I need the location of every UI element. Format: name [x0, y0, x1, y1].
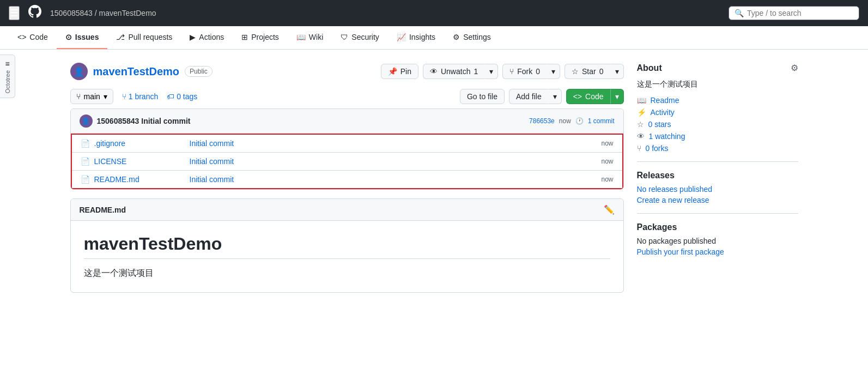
readme-header: README.md ✏️	[71, 199, 623, 221]
about-links: 📖 Readme ⚡ Activity ☆ 0 stars 👁 1 watchi…	[637, 96, 798, 153]
top-nav: ☰ 1506085843 / mavenTestDemo 🔍	[0, 0, 868, 26]
file-time-license: now	[601, 158, 613, 165]
tag-icon: 🏷	[167, 92, 174, 101]
branch-count-icon: ⑂	[122, 92, 126, 101]
nav-pull-requests[interactable]: ⎇ Pull requests	[107, 26, 181, 49]
activity-link[interactable]: ⚡ Activity	[637, 108, 798, 117]
file-icon: 📄	[81, 157, 90, 166]
nav-projects[interactable]: ⊞ Projects	[233, 26, 288, 49]
commit-msg-link-gitignore[interactable]: Initial commit	[190, 139, 234, 148]
add-file-button[interactable]: Add file	[509, 89, 548, 104]
octotree-icon: ≡	[5, 59, 9, 68]
wiki-icon: 📖	[296, 33, 306, 41]
commit-time: now	[559, 117, 571, 125]
repo-name[interactable]: mavenTestDemo	[93, 65, 180, 78]
nav-issues[interactable]: ⊙ Issues	[57, 26, 108, 49]
fork-dropdown[interactable]: ▾	[547, 64, 560, 79]
fork-group: ⑂ Fork 0 ▾	[502, 64, 560, 79]
nav-actions[interactable]: ▶ Actions	[181, 26, 233, 49]
branch-count-link[interactable]: ⑂ 1 branch	[122, 92, 158, 101]
file-row: 📄 LICENSE Initial commit now	[72, 153, 622, 171]
commit-count-link[interactable]: 1 commit	[588, 117, 615, 125]
unwatch-dropdown[interactable]: ▾	[484, 64, 498, 79]
file-icon: 📄	[81, 175, 90, 184]
code-button[interactable]: <> Code	[566, 89, 610, 104]
tag-count-link[interactable]: 🏷 0 tags	[167, 92, 197, 101]
nav-code[interactable]: <> Code	[9, 26, 57, 49]
readme-link[interactable]: 📖 Readme	[637, 96, 798, 105]
publish-package-link[interactable]: Publish your first package	[637, 248, 798, 256]
commit-info: 👤 1506085843 Initial commit	[80, 114, 191, 128]
fork-outline-icon: ⑂	[637, 144, 641, 153]
commit-avatar: 👤	[80, 114, 93, 128]
commit-meta: 786653e now 🕐 1 commit	[529, 117, 614, 125]
add-file-group: Add file ▾	[509, 89, 562, 104]
commit-text: 1506085843 Initial commit	[97, 117, 191, 125]
nav-security[interactable]: 🛡 Security	[332, 26, 388, 49]
security-icon: 🛡	[341, 33, 348, 41]
user-repo-path: 1506085843 / mavenTestDemo	[50, 9, 156, 17]
file-time-gitignore: now	[601, 140, 613, 147]
repo-nav: <> Code ⊙ Issues ⎇ Pull requests ▶ Actio…	[0, 26, 868, 50]
divider-2	[637, 213, 798, 214]
star-dropdown[interactable]: ▾	[610, 64, 624, 79]
nav-security-label: Security	[351, 33, 379, 41]
watching-link[interactable]: 👁 1 watching	[637, 132, 798, 141]
file-time-readme: now	[601, 176, 613, 183]
file-icon: 📄	[81, 139, 90, 148]
goto-file-button[interactable]: Go to file	[460, 89, 505, 104]
repo-actions: 📌 Pin 👁 Unwatch 1 ▾ ⑂ Fork 0	[381, 64, 624, 79]
insights-icon: 📈	[397, 33, 406, 41]
nav-settings[interactable]: ⚙ Settings	[444, 26, 500, 49]
about-title: About	[637, 63, 662, 73]
forks-link[interactable]: ⑂ 0 forks	[637, 144, 798, 153]
nav-pull-requests-label: Pull requests	[128, 33, 172, 41]
commit-msg-link-license[interactable]: Initial commit	[190, 157, 234, 166]
pull-requests-icon: ⎇	[116, 33, 125, 41]
commit-message-link[interactable]: Initial commit	[141, 117, 190, 125]
nav-wiki[interactable]: 📖 Wiki	[288, 26, 332, 49]
file-commit-msg-readme: Initial commit	[190, 175, 602, 184]
eye-outline-icon: 👁	[637, 132, 645, 141]
edit-readme-button[interactable]: ✏️	[604, 204, 615, 215]
pin-button[interactable]: 📌 Pin	[381, 64, 418, 79]
pin-icon: 📌	[388, 67, 397, 76]
readme-section: README.md ✏️ mavenTestDemo 这是一个测试项目	[70, 198, 624, 293]
octotree-panel[interactable]: ≡ Octotree	[0, 55, 15, 98]
readme-heading: mavenTestDemo	[84, 234, 610, 259]
file-link-readme[interactable]: README.md	[94, 175, 139, 184]
hamburger-button[interactable]: ☰	[9, 6, 20, 20]
code-dropdown[interactable]: ▾	[610, 89, 624, 104]
history-icon: 🕐	[575, 117, 584, 125]
commit-msg-link-readme[interactable]: Initial commit	[190, 175, 234, 184]
stars-link[interactable]: ☆ 0 stars	[637, 120, 798, 129]
commit-author-link[interactable]: 1506085843	[97, 117, 139, 125]
settings-icon: ⚙	[453, 33, 460, 41]
add-file-dropdown[interactable]: ▾	[548, 89, 562, 104]
repo-avatar: 👤	[70, 63, 88, 80]
code-angle-icon: <>	[573, 92, 582, 101]
readme-title: README.md	[80, 206, 126, 214]
search-input[interactable]	[747, 9, 853, 17]
file-commit-msg-gitignore: Initial commit	[190, 139, 602, 148]
file-link-gitignore[interactable]: .gitignore	[94, 139, 126, 148]
star-button[interactable]: ☆ Star 0	[564, 64, 610, 79]
chevron-down-icon: ▾	[104, 92, 107, 101]
user-link[interactable]: 1506085843	[50, 9, 93, 17]
search-icon: 🔍	[735, 9, 744, 17]
branch-selector[interactable]: ⑂ main ▾	[70, 89, 113, 104]
repo-link[interactable]: mavenTestDemo	[99, 9, 156, 17]
file-link-license[interactable]: LICENSE	[94, 157, 127, 166]
sidebar: About ⚙ 这是一个测试项目 📖 Readme ⚡ Activity ☆ 0…	[637, 63, 798, 293]
github-logo	[28, 5, 41, 21]
about-settings-button[interactable]: ⚙	[791, 63, 798, 73]
unwatch-button[interactable]: 👁 Unwatch 1	[423, 64, 484, 79]
create-release-link[interactable]: Create a new release	[637, 196, 798, 204]
commit-hash-link[interactable]: 786653e	[529, 117, 555, 125]
code-group: <> Code ▾	[566, 89, 624, 104]
file-table: 👤 1506085843 Initial commit 786653e now …	[70, 108, 624, 190]
branch-meta: ⑂ 1 branch 🏷 0 tags	[122, 92, 197, 101]
fork-button[interactable]: ⑂ Fork 0	[502, 64, 547, 79]
projects-icon: ⊞	[241, 33, 248, 41]
nav-insights[interactable]: 📈 Insights	[388, 26, 444, 49]
